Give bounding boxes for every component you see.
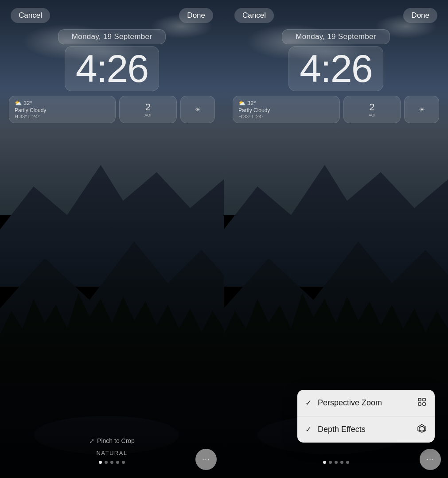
depth-effects-label: Depth Effects [318,425,366,434]
weather-top: ⛅ 32° [15,100,110,106]
svg-rect-1 [423,398,425,401]
weather-widget: ⛅ 32° Partly Cloudy H:33° L:24° [9,96,116,123]
right-uv-widget: ☀ [404,96,439,123]
natural-label: NATURAL [96,450,127,456]
aqi-value: 2 [145,101,151,113]
right-dot-2[interactable] [329,461,332,464]
uv-widget: ☀ [180,96,215,123]
svg-marker-5 [419,426,425,431]
right-weather-temp: 32° [247,100,256,106]
right-uv-icon: ☀ [419,105,425,114]
left-panel-ui: Cancel Done Monday, 19 September 4:26 ⛅ … [0,0,224,478]
right-phone-panel: Cancel Done Monday, 19 September 4:26 ⛅ … [224,0,448,478]
right-widget-row: ⛅ 32° Partly Cloudy H:33° L:24° 2 AOI ☀ [233,96,439,123]
dot-4[interactable] [116,461,119,464]
perspective-zoom-checkmark: ✓ [305,398,313,408]
right-weather-high-low: H:33° L:24° [238,114,334,119]
perspective-zoom-icon [417,397,427,409]
aqi-label: AOI [144,113,152,117]
right-weather-description: Partly Cloudy [238,107,334,113]
depth-effects-checkmark: ✓ [305,425,313,434]
dot-1[interactable] [99,461,102,464]
bottom-area: ⤢ Pinch to Crop NATURAL ··· [0,437,224,478]
date-container: Monday, 19 September [58,29,166,44]
svg-rect-2 [418,403,421,405]
right-dot-4[interactable] [340,461,343,464]
pinch-hint-text: Pinch to Crop [97,437,135,444]
perspective-zoom-label: Perspective Zoom [318,398,382,408]
widget-row: ⛅ 32° Partly Cloudy H:33° L:24° 2 AOI ☀ [9,96,215,123]
ellipsis-icon: ··· [202,455,210,464]
top-bar: Cancel Done [0,0,224,23]
dropdown-menu: ✓ Perspective Zoom ✓ Depth Effects [297,390,435,443]
right-more-options-button[interactable]: ··· [420,449,441,470]
right-dot-5[interactable] [346,461,349,464]
weather-icon: ⛅ [15,100,22,106]
right-done-button[interactable]: Done [403,8,437,23]
right-bottom-area: ··· [224,461,448,478]
weather-description: Partly Cloudy [15,107,110,113]
weather-temp: 32° [23,100,32,106]
right-dot-3[interactable] [335,461,338,464]
right-date-container: Monday, 19 September [282,29,390,44]
right-aqi-widget: 2 AOI [343,96,401,123]
right-time-label: 4:26 [300,47,372,90]
weather-high-low: H:33° L:24° [15,114,110,119]
right-aqi-value: 2 [369,101,374,113]
crop-icon: ⤢ [89,437,94,444]
right-dot-1[interactable] [323,461,326,464]
dot-2[interactable] [105,461,108,464]
more-options-button[interactable]: ··· [195,449,217,470]
right-date-label: Monday, 19 September [296,32,376,41]
right-cancel-button[interactable]: Cancel [234,8,274,23]
depth-effects-left: ✓ Depth Effects [305,425,366,434]
aqi-widget: 2 AOI [119,96,177,123]
uv-icon: ☀ [195,105,201,114]
left-phone-panel: Cancel Done Monday, 19 September 4:26 ⛅ … [0,0,224,478]
time-container: 4:26 [65,46,159,91]
perspective-zoom-left: ✓ Perspective Zoom [305,398,382,408]
dot-3[interactable] [110,461,113,464]
right-aqi-label: AOI [369,113,376,117]
pinch-hint: ⤢ Pinch to Crop [89,437,135,444]
time-label: 4:26 [76,47,148,90]
perspective-zoom-menu-item[interactable]: ✓ Perspective Zoom [297,390,435,416]
right-page-dots [323,461,349,464]
date-label: Monday, 19 September [72,32,152,41]
depth-effects-menu-item[interactable]: ✓ Depth Effects [297,416,435,443]
dot-5[interactable] [122,461,125,464]
svg-rect-0 [418,398,421,401]
cancel-button[interactable]: Cancel [11,8,50,23]
right-time-container: 4:26 [288,46,383,91]
page-dots [99,461,125,464]
right-weather-widget: ⛅ 32° Partly Cloudy H:33° L:24° [233,96,340,123]
done-button[interactable]: Done [179,8,213,23]
right-top-bar: Cancel Done [224,0,448,23]
right-ellipsis-icon: ··· [426,455,434,464]
right-weather-top: ⛅ 32° [238,100,334,106]
right-weather-icon: ⛅ [238,100,245,106]
depth-effects-icon [417,424,427,435]
svg-rect-3 [423,403,425,405]
